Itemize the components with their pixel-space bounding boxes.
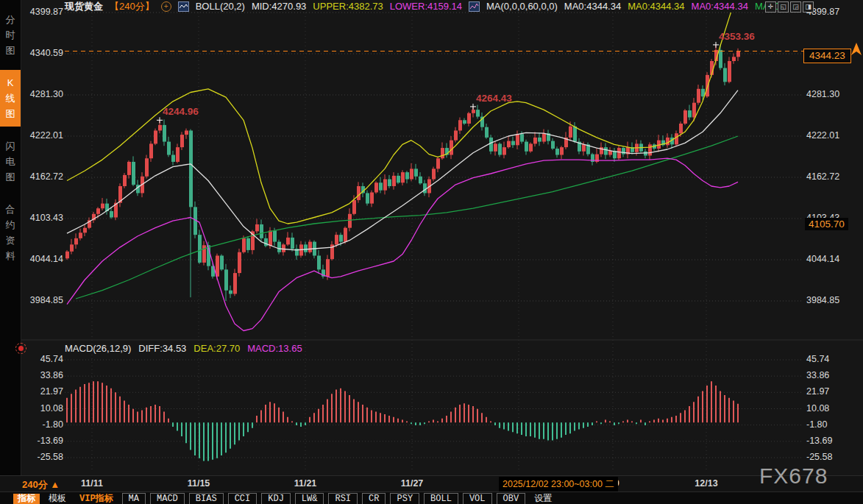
axis-tick-label: -1.80 xyxy=(25,419,63,430)
toolbar-item-PSY[interactable]: PSY xyxy=(390,493,419,504)
toolbar-item-MA[interactable]: MA xyxy=(122,493,146,504)
toolbar-item-设置[interactable]: 设置 xyxy=(530,494,556,504)
indicator-toolbar: 指标模板VIP指标MAMACDBIASCCIKDJLW&RSICRPSYBOLL… xyxy=(0,491,863,504)
toolbar-item-模板[interactable]: 模板 xyxy=(44,494,71,504)
axis-tick-label: 4222.01 xyxy=(806,130,858,141)
price-alert-plane-icon[interactable] xyxy=(850,42,863,57)
ma-label: MA(0,0,0,60,0,0) xyxy=(486,1,558,12)
current-price-badge: 4344.23 xyxy=(803,49,851,63)
boll-indicator-icon[interactable] xyxy=(178,1,189,12)
axis-tick-label: 4399.87 xyxy=(25,7,63,17)
date-tick-label: 12/13 xyxy=(695,478,717,489)
ma0-magenta-value: MA0:4344.34 xyxy=(692,1,748,12)
axis-tick-label: 4281.30 xyxy=(806,89,858,99)
macd-diff-value: DIFF:34.53 xyxy=(138,343,186,354)
axis-tick-label: 4162.72 xyxy=(25,171,63,182)
axis-tick-label: -25.58 xyxy=(806,452,858,462)
bar-datetime-tooltip: 2025/12/02 23:00~03:00 二 xyxy=(499,477,618,492)
axis-tick-label: 4222.01 xyxy=(25,130,63,141)
panel-layout-right-icon[interactable]: ◨ xyxy=(803,1,814,13)
axis-tick-label: 10.08 xyxy=(806,403,858,414)
axis-tick-label: 45.74 xyxy=(25,354,63,364)
axis-tick-label: 10.08 xyxy=(25,403,63,414)
toolbar-item-BIAS[interactable]: BIAS xyxy=(189,493,224,504)
toolbar-item-VIP指标[interactable]: VIP指标 xyxy=(75,494,118,504)
date-tick-label: 11/27 xyxy=(401,478,424,489)
axis-tick-label: 3984.85 xyxy=(25,295,63,305)
svg-text:4244.96: 4244.96 xyxy=(163,106,199,117)
boll-mid-value: MID:4270.93 xyxy=(252,1,306,12)
ma-indicator-icon[interactable] xyxy=(469,1,480,12)
svg-text:4353.36: 4353.36 xyxy=(719,31,755,42)
toolbar-item-RSI[interactable]: RSI xyxy=(328,493,358,504)
period-badge[interactable]: 【240分】 xyxy=(110,0,155,13)
date-tick-label: 11/15 xyxy=(188,478,210,489)
axis-tick-label: 4340.59 xyxy=(25,48,63,58)
axis-tick-label: 21.97 xyxy=(806,386,858,397)
axis-tick-label: 4399.87 xyxy=(806,7,858,17)
axis-tick-label: 4044.14 xyxy=(25,254,63,264)
axis-tick-label: 4103.43 xyxy=(25,213,63,223)
panel-layout-bottom-icon[interactable]: ◲ xyxy=(790,1,801,13)
axis-tick-label: -13.69 xyxy=(25,436,63,446)
boll-lower-value: LOWER:4159.14 xyxy=(390,1,462,12)
boll-upper-value: UPPER:4382.73 xyxy=(313,1,383,12)
ma0-yellow-value: MA0:4344.34 xyxy=(628,1,684,12)
move-icon[interactable]: ✛ xyxy=(765,1,776,13)
macd-macd-value: MACD:13.65 xyxy=(247,343,302,354)
fx678-watermark: FX678 xyxy=(759,464,828,489)
macd-header: MACD(26,12,9) DIFF:34.53 DEA:27.70 MACD:… xyxy=(65,343,302,354)
panel-layout-top-icon[interactable]: ◱ xyxy=(778,1,789,13)
axis-tick-label: 3984.85 xyxy=(806,295,858,305)
toolbar-item-KDJ[interactable]: KDJ xyxy=(261,493,291,504)
sidebar-tab-K线图[interactable]: K线图 xyxy=(0,70,21,127)
axis-tick-label: 4162.72 xyxy=(806,171,858,182)
toolbar-item-VOL[interactable]: VOL xyxy=(463,493,492,504)
date-tick-label: 11/11 xyxy=(81,478,103,489)
period-triangle-up-icon: ▲ xyxy=(50,479,60,490)
timeline-row: 240分 ▲ 2025/12/02 23:00~03:00 二 11/1111/… xyxy=(0,475,863,492)
expand-plus-icon[interactable]: + xyxy=(161,1,171,12)
symbol-name: 现货黄金 xyxy=(65,0,103,13)
axis-tick-label: -13.69 xyxy=(806,436,858,446)
macd-params-label: MACD(26,12,9) xyxy=(65,343,131,354)
toolbar-item-MACD[interactable]: MACD xyxy=(150,493,185,504)
toolbar-item-BOLL[interactable]: BOLL xyxy=(424,493,458,504)
axis-tick-label: 4281.30 xyxy=(25,89,63,99)
chart-canvas[interactable]: 4244.964264.434353.36 xyxy=(0,0,863,504)
axis-tick-label: 45.74 xyxy=(806,354,858,364)
date-tick-label: 11/21 xyxy=(294,478,317,489)
indicator-target-icon[interactable] xyxy=(15,343,26,354)
toolbar-item-指标[interactable]: 指标 xyxy=(13,494,40,504)
sidebar-tab-闪电图[interactable]: 闪电图 xyxy=(0,133,21,190)
toolbar-item-OBV[interactable]: OBV xyxy=(497,493,526,504)
axis-tick-label: 33.86 xyxy=(806,370,858,380)
chart-window-controls: ✛ ◱ ◲ ◨ xyxy=(765,1,814,13)
period-selector[interactable]: 240分 ▲ xyxy=(22,478,60,491)
period-text: 240分 xyxy=(22,479,48,490)
axis-tick-label: -1.80 xyxy=(806,419,858,430)
trading-app-window: 4244.964264.434353.36 分时图K线图闪电图合约资料 现货黄金… xyxy=(0,0,863,504)
toolbar-item-CR[interactable]: CR xyxy=(362,493,386,504)
macd-dea-value: DEA:27.70 xyxy=(193,343,240,354)
indicator-header: 现货黄金 【240分】 + BOLL(20,2) MID:4270.93 UPP… xyxy=(65,0,788,13)
svg-text:4264.43: 4264.43 xyxy=(476,93,512,104)
axis-tick-label: 21.97 xyxy=(25,386,63,397)
axis-tick-label: 4044.14 xyxy=(806,254,858,264)
chart-type-sidebar: 分时图K线图闪电图合约资料 xyxy=(0,0,21,475)
boll-label: BOLL(20,2) xyxy=(196,1,245,12)
toolbar-item-LW&[interactable]: LW& xyxy=(295,493,324,504)
secondary-price-badge: 4105.70 xyxy=(805,218,848,230)
axis-tick-label: -25.58 xyxy=(25,452,63,462)
axis-tick-label: 33.86 xyxy=(25,370,63,380)
sidebar-tab-分时图[interactable]: 分时图 xyxy=(0,7,21,63)
toolbar-item-CCI[interactable]: CCI xyxy=(228,493,258,504)
sidebar-tab-合约资料[interactable]: 合约资料 xyxy=(0,196,21,269)
ma0-white-value: MA0:4344.34 xyxy=(564,1,621,12)
